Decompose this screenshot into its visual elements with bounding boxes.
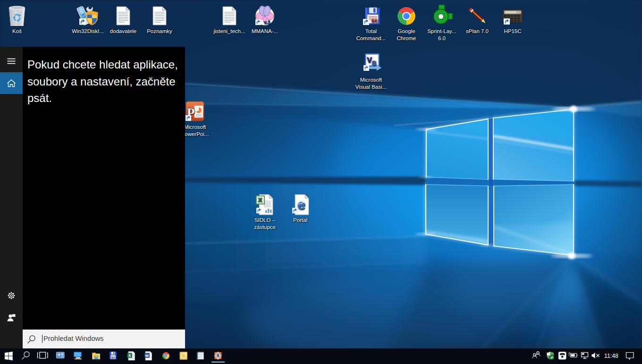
svg-text:v.3: v.3	[264, 20, 270, 25]
svg-text:64:: 64:	[372, 18, 378, 24]
svg-text:11:48: 11:48	[604, 353, 618, 359]
svg-text:W: W	[145, 354, 149, 358]
svg-text:X: X	[128, 353, 131, 358]
svg-text:B: B	[372, 59, 377, 67]
svg-text:X: X	[258, 196, 262, 203]
svg-text:V: V	[367, 56, 372, 64]
svg-text:64: 64	[111, 356, 115, 359]
